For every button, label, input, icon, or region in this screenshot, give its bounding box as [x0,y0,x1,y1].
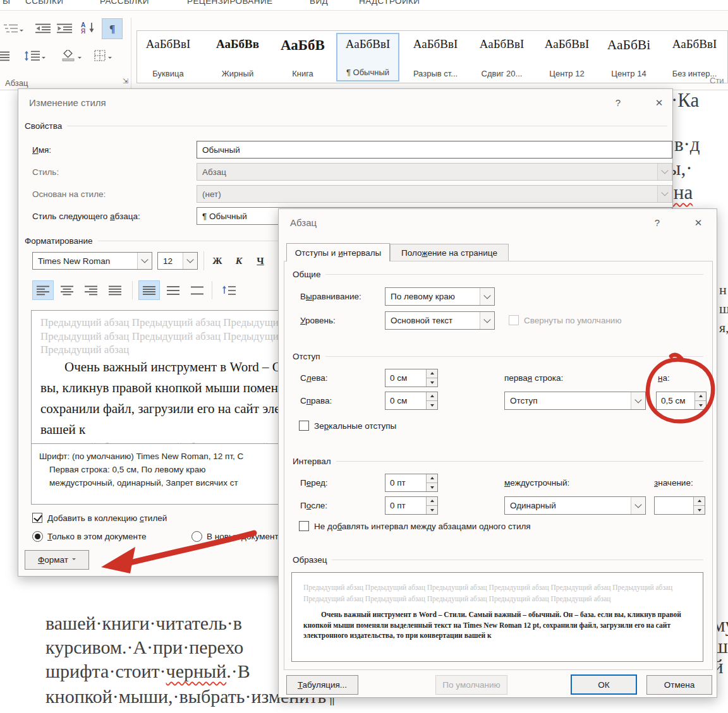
increase-indent-button[interactable] [54,20,75,39]
one-half-spacing-button[interactable] [162,280,184,300]
special-indent-combo[interactable]: Отступ [504,392,646,410]
collapsed-by-default-checkbox[interactable] [509,315,519,325]
justify-button-partial[interactable] [0,48,10,67]
single-spacing-button[interactable] [138,280,160,300]
style-item-centr12[interactable]: АаБбВвІ Центр 12 [535,33,598,81]
spinner-buttons[interactable] [426,369,437,386]
sort-button[interactable]: А Я [77,19,99,39]
align-center-button[interactable] [56,280,78,300]
decrease-indent-button[interactable] [33,20,53,39]
style-item-centr14[interactable]: АаБбВі Центр 14 [597,33,660,81]
only-this-document-radio[interactable] [32,531,43,542]
mirror-indents-checkbox[interactable] [299,421,309,431]
help-button[interactable]: ? [609,97,627,108]
spin-up-icon [430,370,434,374]
double-spacing-button[interactable] [186,280,208,300]
font-size-combo[interactable]: 12 [157,252,198,270]
ribbon-tab-mailings[interactable]: РАССЫЛКИ [100,0,149,6]
style-item-sdvig[interactable]: АаБбВвІ Сдвиг 20... [470,33,533,81]
spinner-buttons[interactable] [426,497,437,514]
spinner-buttons[interactable] [693,497,705,514]
spinner-buttons[interactable] [426,392,437,409]
next-style-label: Стиль следующего абзаца: [32,212,140,221]
style-item-obychny-selected[interactable]: АаБбВвІ ¶ Обычный [336,33,399,81]
spacing-before-spinner[interactable]: 0 пт [385,474,438,492]
pilcrow-icon: ¶ [109,23,115,35]
chevron-down-icon[interactable] [657,164,672,180]
font-name-combo[interactable]: Times New Roman [32,252,152,270]
dropdown-caret-icon [78,57,82,61]
style-label: Центр 14 [611,69,646,78]
increase-spacing-button[interactable] [218,280,240,300]
next-style-value: ¶ Обычный [202,212,247,221]
tab-indents-and-spacing[interactable]: Отступы и интервалы [286,243,390,261]
spinner-buttons[interactable] [426,474,437,491]
multilevel-list-button[interactable] [0,20,27,39]
tabs-button[interactable]: Табуляция... [286,675,358,695]
show-formatting-marks-button[interactable]: ¶ [102,18,123,39]
style-sample: АаБбВв [216,37,259,51]
close-button[interactable]: ✕ [689,217,707,229]
style-label: Буквица [152,69,183,78]
justify-button[interactable] [104,280,126,300]
spin-up-icon [430,498,434,502]
based-on-value: (нет) [202,189,221,199]
set-as-default-button[interactable]: По умолчанию [435,675,507,695]
dropdown-caret-icon [72,558,76,562]
ribbon-tab-references[interactable]: ССЫЛКИ [25,0,63,6]
indent-by-value: 0,5 см [661,396,686,405]
chevron-down-icon[interactable] [657,186,672,202]
indent-left-spinner[interactable]: 0 см [385,369,438,387]
dialog-launcher-icon[interactable]: ⇲ [123,77,128,85]
indent-by-spinner[interactable]: 0,5 см [656,392,707,410]
ribbon-tab-addins[interactable]: НАДСТРОЙКИ [359,0,420,6]
borders-button[interactable] [88,47,118,67]
chevron-down-icon[interactable] [480,288,494,305]
style-item-bukvitsa[interactable]: АаБбВвІ Буквица [136,33,200,81]
collapsed-by-default-label: Свернуты по умолчанию [524,316,622,325]
style-type-combo[interactable]: Абзац [197,163,672,181]
ribbon-tab-review[interactable]: РЕЦЕНЗИРОВАНИЕ [187,0,272,6]
style-item-kniga[interactable]: АаБбВ Книга [271,33,334,81]
help-button[interactable]: ? [648,217,666,228]
underline-button[interactable]: Ч [251,251,270,270]
add-to-gallery-checkbox[interactable] [32,513,42,523]
spinner-buttons[interactable] [695,392,706,409]
chevron-down-icon[interactable] [137,253,152,269]
ribbon-tab-view[interactable]: ВИД [310,0,328,6]
chevron-down-icon[interactable] [631,497,645,514]
document-text: .·В [226,661,250,681]
line-spacing-combo[interactable]: Одинарный [504,496,646,515]
spacing-after-spinner[interactable]: 0 пт [385,496,438,515]
only-this-document-label: Только в этом документе [47,532,147,541]
style-item-zhirny[interactable]: АаБбВв Жирный [206,33,269,81]
align-left-button[interactable] [32,280,54,300]
chevron-down-icon[interactable] [631,392,645,409]
ok-button[interactable]: ОК [571,674,637,695]
close-button[interactable]: ✕ [650,97,668,109]
name-input[interactable]: Обычный [197,141,672,159]
style-item-bez-inter[interactable]: АаБбВвІ Без интер... [663,33,726,81]
format-button[interactable]: Формат [25,550,89,570]
chevron-down-icon[interactable] [480,312,494,329]
based-on-combo[interactable]: (нет) [197,185,672,203]
dropdown-caret-icon [42,57,46,61]
style-item-razryv[interactable]: АаБбВвІ Разрыв ст... [404,33,467,81]
bold-button[interactable]: Ж [208,251,227,270]
tab-line-and-page-breaks[interactable]: Положение на странице [390,244,509,261]
default-button-label: По умолчанию [442,680,500,690]
document-text: шрифта·стоит· [46,661,166,681]
spacing-at-spinner[interactable] [654,496,705,515]
chevron-down-icon[interactable] [183,253,197,269]
shading-button[interactable] [56,47,86,67]
new-documents-radio[interactable] [191,531,202,542]
cancel-button[interactable]: Отмена [646,675,712,695]
line-spacing-button[interactable] [19,47,49,67]
indent-right-spinner[interactable]: 0 см [385,392,438,410]
alignment-combo[interactable]: По левому краю [385,287,495,306]
ribbon-tab-partial[interactable]: Ы [3,0,10,6]
outline-level-combo[interactable]: Основной текст [385,311,495,330]
italic-button[interactable]: К [229,251,248,270]
no-space-same-style-checkbox[interactable] [299,521,309,531]
align-right-button[interactable] [80,280,102,300]
